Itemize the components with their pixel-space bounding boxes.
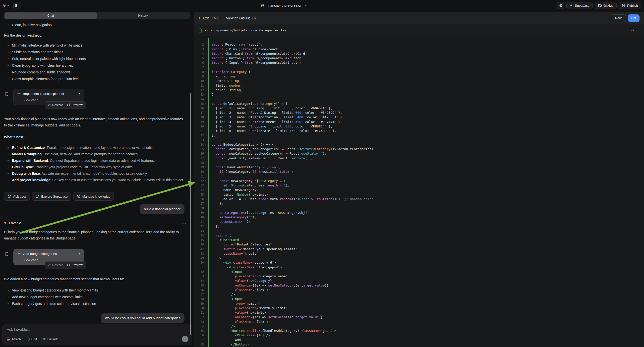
fold-spacer	[204, 110, 208, 115]
restore-button[interactable]: ↺ Restore	[48, 263, 63, 267]
message-menu-button[interactable]: ···	[182, 221, 186, 225]
fold-spacer	[204, 292, 208, 297]
project-chevron-down-icon	[304, 4, 307, 7]
send-button[interactable]: ↑	[182, 336, 188, 342]
fold-toggle-icon[interactable]: ∨	[204, 142, 208, 147]
code-line: 27 const [newLimit, setNewLimit] = React…	[194, 156, 644, 160]
code-line: 48 className="h-auto"	[194, 252, 644, 256]
tab-chat[interactable]: Chat	[4, 12, 97, 19]
ready-paragraph: Your sleek financial planner is now read…	[4, 116, 186, 128]
line-number: 33	[194, 183, 204, 188]
fold-toggle-icon[interactable]: ∨	[204, 165, 208, 170]
whats-next-list: Refine & Customize: Tweak the design, an…	[4, 144, 186, 183]
explore-supabase-chip[interactable]: Explore Supabase	[32, 192, 71, 201]
github-icon	[598, 4, 602, 8]
visit-docs-chip[interactable]: Visit docs	[4, 192, 30, 201]
lovable-logo-icon[interactable]: ♥	[3, 3, 6, 8]
code-line: 65 <Button onClick={handleAddCategory} c…	[194, 328, 644, 333]
chat-scrollbar[interactable]	[190, 93, 191, 335]
fold-spacer	[204, 156, 208, 160]
preview-button[interactable]: Preview	[67, 263, 82, 267]
publish-button[interactable]: Publish	[618, 2, 641, 9]
settings-button[interactable]: ⚙	[557, 2, 564, 9]
exit-button[interactable]: Exit ESC	[198, 16, 219, 20]
code-line: 61 value={newLimit}	[194, 310, 644, 315]
fold-spacer	[204, 278, 208, 283]
view-on-github-button[interactable]: View on GitHub G	[226, 16, 258, 20]
fold-toggle-icon[interactable]: ∨	[204, 70, 208, 74]
fold-spacer	[204, 206, 208, 210]
chat-input[interactable]	[7, 327, 188, 332]
line-number: 29	[194, 165, 204, 170]
code-line: 43	[194, 229, 644, 233]
restore-icon: ↺	[48, 263, 50, 267]
line-number: 55	[194, 283, 204, 288]
code-line: 41 setNewLimit('');	[194, 220, 644, 224]
fold-spacer	[204, 210, 208, 215]
manage-knowledge-chip[interactable]: Manage knowledge	[74, 192, 114, 201]
logo-chevron-down-icon[interactable]	[7, 4, 10, 7]
fold-spacer	[204, 274, 208, 278]
preview-button[interactable]: Preview	[67, 103, 82, 107]
image-icon	[7, 337, 10, 341]
globe-icon	[261, 4, 264, 8]
bookmark-icon[interactable]	[5, 92, 9, 96]
list-item: Glass-morphic elements for a premium fee…	[4, 76, 186, 82]
code-line: 47 subtitle="Manage your spending limits…	[194, 247, 644, 252]
line-number: 36	[194, 197, 204, 202]
code-line: 31	[194, 174, 644, 179]
line-number: 62	[194, 315, 204, 319]
line-number: 56	[194, 288, 204, 292]
line-number: 61	[194, 310, 204, 315]
raw-toggle-button[interactable]: Raw	[611, 14, 626, 22]
code-line: 32∨ const newCategoryObj: Category = {	[194, 179, 644, 183]
code-line: 51 <div className="flex gap-4">	[194, 265, 644, 270]
fold-spacer	[204, 242, 208, 247]
line-number: 41	[194, 220, 204, 224]
github-button[interactable]: GitHub	[595, 2, 616, 9]
restore-button[interactable]: ↺ Restore	[48, 103, 63, 107]
chevron-right-icon	[78, 92, 80, 95]
code-line: 36 color: '#' + Math.floor(Math.random()…	[194, 197, 644, 202]
esc-key-badge: ESC	[211, 16, 219, 20]
line-number: 30	[194, 170, 204, 174]
code-line: 21 { id: '6', name: 'Healthcare', limit:…	[194, 129, 644, 133]
fold-spacer	[204, 192, 208, 197]
code-line: 66 <Plus size={16} />	[194, 333, 644, 338]
fold-spacer	[204, 315, 208, 319]
code-line: 33 id: String(categories.length + 1),	[194, 183, 644, 188]
fold-spacer	[204, 74, 208, 79]
code-icon: <>	[17, 92, 21, 95]
file-header[interactable]: src/components/budget/BudgetCategories.t…	[194, 24, 644, 36]
tab-history[interactable]: History	[97, 12, 189, 19]
fold-spacer	[204, 52, 208, 56]
fold-spacer	[204, 42, 208, 47]
fold-toggle-icon[interactable]: ∨	[204, 179, 208, 183]
fold-spacer	[204, 38, 208, 42]
line-number: 66	[194, 333, 204, 338]
sidebar-toggle-button[interactable]	[14, 2, 21, 9]
fold-spacer	[204, 220, 208, 224]
line-number: 50	[194, 260, 204, 265]
fold-spacer	[204, 188, 208, 192]
fold-spacer	[204, 328, 208, 333]
edit-button[interactable]: Edit	[26, 337, 37, 341]
list-item: GitHub Sync: Transfer your project's cod…	[4, 164, 186, 170]
list-item: Rounded corners and subtle shadows	[4, 70, 186, 75]
fold-toggle-icon[interactable]: ∨	[204, 102, 208, 106]
restore-icon: ↺	[48, 103, 50, 107]
line-number: 68	[194, 342, 204, 347]
diff-toggle-button[interactable]: Diff	[628, 14, 640, 22]
bookmark-icon[interactable]	[5, 252, 9, 256]
supabase-button[interactable]: Supabase	[566, 2, 593, 9]
attach-button[interactable]: Attach	[7, 337, 21, 341]
fold-spacer	[204, 215, 208, 220]
collapse-file-button[interactable]	[631, 29, 634, 31]
chat-bubble-icon	[36, 195, 39, 198]
fold-spacer	[204, 320, 208, 324]
line-number: 1	[194, 38, 204, 42]
model-selector[interactable]: Default	[42, 337, 61, 341]
fold-spacer	[204, 324, 208, 328]
project-switcher[interactable]: financial-future-creator	[261, 0, 307, 11]
arrow-up-icon: ↑	[184, 337, 186, 341]
